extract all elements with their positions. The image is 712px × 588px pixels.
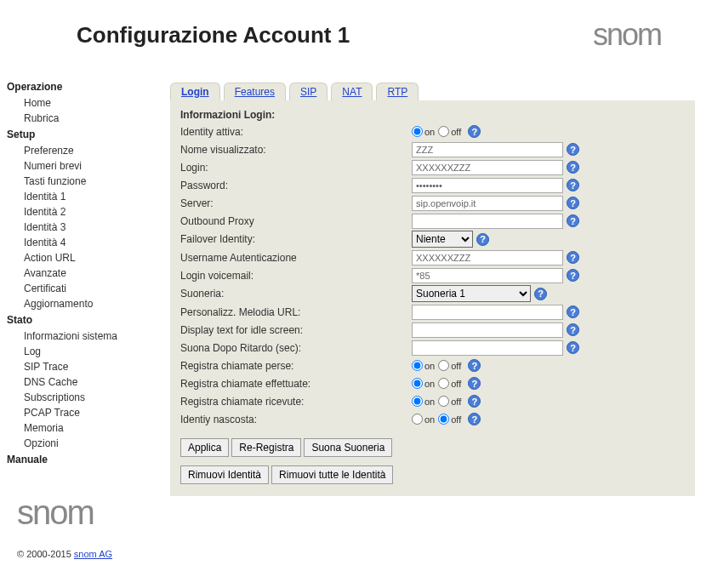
help-icon[interactable]: ?: [567, 161, 579, 174]
sidebar-item[interactable]: Identità 1: [7, 189, 153, 204]
auth_user-input[interactable]: [412, 250, 563, 265]
field-label: Suoneria:: [180, 288, 412, 300]
sidebar-item[interactable]: Opzioni: [7, 436, 153, 451]
tab-nat[interactable]: NAT: [331, 83, 373, 100]
field-row-display_name: Nome visualizzato:?: [180, 140, 685, 158]
sidebar-item[interactable]: Subscriptions: [7, 390, 153, 405]
help-icon[interactable]: ?: [468, 377, 481, 390]
password-input[interactable]: [412, 178, 563, 193]
sidebar-item[interactable]: Aggiornamento: [7, 296, 153, 311]
log_missed-radio-on[interactable]: [412, 360, 423, 371]
field-label: Display text for idle screen:: [180, 324, 412, 336]
panel-title: Informazioni Login:: [180, 109, 685, 121]
ring_delay-input[interactable]: [412, 340, 563, 356]
help-icon[interactable]: ?: [468, 413, 481, 425]
sidebar-item[interactable]: Tasti funzione: [7, 174, 153, 189]
ringtone-select[interactable]: Suoneria 1: [412, 285, 531, 302]
sidebar-item[interactable]: Avanzate: [7, 265, 153, 281]
identity_active-radio-off[interactable]: [438, 126, 449, 137]
sidebar-section: Setup: [7, 126, 153, 143]
button-row2-0[interactable]: Rimuovi Identità: [180, 465, 269, 484]
radio-label: off: [451, 361, 461, 371]
field-label: Username Autenticazione: [180, 252, 412, 264]
help-icon[interactable]: ?: [567, 197, 579, 209]
field-row-outbound_proxy: Outbound Proxy?: [180, 212, 685, 230]
help-icon[interactable]: ?: [567, 251, 579, 264]
voicemail-input[interactable]: [412, 268, 563, 283]
hidden_id-radio-on[interactable]: [412, 414, 423, 425]
sidebar-item[interactable]: Memoria: [7, 420, 153, 436]
sidebar-item[interactable]: DNS Cache: [7, 374, 153, 390]
copyright-link[interactable]: snom AG: [74, 549, 112, 559]
field-label: Registra chiamate effettuate:: [180, 378, 412, 390]
help-icon[interactable]: ?: [468, 395, 481, 408]
field-label: Failover Identity:: [180, 233, 412, 245]
sidebar-item[interactable]: Certificati: [7, 281, 153, 296]
help-icon[interactable]: ?: [567, 305, 579, 318]
field-label: Registra chiamate perse:: [180, 360, 412, 372]
sidebar-item[interactable]: Home: [7, 95, 153, 111]
melody_url-input[interactable]: [412, 305, 563, 320]
outbound_proxy-input[interactable]: [412, 214, 563, 229]
sidebar-item[interactable]: Identità 2: [7, 204, 153, 220]
field-row-idle_text: Display text for idle screen:?: [180, 321, 685, 339]
sidebar-item[interactable]: Log: [7, 344, 153, 359]
copyright: © 2000-2015 snom AG: [7, 540, 153, 559]
help-icon[interactable]: ?: [567, 143, 579, 156]
idle_text-input[interactable]: [412, 323, 563, 338]
help-icon[interactable]: ?: [567, 214, 579, 227]
tab-login[interactable]: Login: [170, 83, 220, 100]
log_received-radio-on[interactable]: [412, 396, 423, 407]
field-label: Login voicemail:: [180, 270, 412, 282]
help-icon[interactable]: ?: [567, 323, 579, 336]
sidebar-item[interactable]: SIP Trace: [7, 359, 153, 374]
help-icon[interactable]: ?: [468, 359, 481, 372]
brand-logo: snom: [593, 17, 661, 53]
sidebar-section: Operazione: [7, 78, 153, 95]
button-row1-2[interactable]: Suona Suoneria: [304, 438, 392, 457]
login-input[interactable]: [412, 160, 563, 175]
sidebar-item[interactable]: Numeri brevi: [7, 158, 153, 174]
sidebar-item[interactable]: Action URL: [7, 250, 153, 265]
sidebar-item[interactable]: Informazioni sistema: [7, 328, 153, 344]
sidebar-item[interactable]: Preferenze: [7, 143, 153, 158]
button-row2-1[interactable]: Rimuovi tutte le Identità: [271, 465, 393, 484]
sidebar-item[interactable]: Identità 4: [7, 235, 153, 250]
sidebar-item[interactable]: Rubrica: [7, 111, 153, 126]
field-label: Suona Dopo Ritardo (sec):: [180, 342, 412, 354]
display_name-input[interactable]: [412, 142, 563, 157]
sidebar-item[interactable]: Identità 3: [7, 220, 153, 235]
log_dialed-radio-off[interactable]: [438, 378, 449, 389]
log_missed-radio-off[interactable]: [438, 360, 449, 371]
failover-select[interactable]: Niente: [412, 231, 473, 248]
help-icon[interactable]: ?: [567, 179, 579, 191]
field-row-server: Server:?: [180, 194, 685, 212]
radio-label: on: [424, 397, 435, 407]
button-row1-0[interactable]: Applica: [180, 438, 229, 457]
field-label: Server:: [180, 197, 412, 209]
identity_active-radio-on[interactable]: [412, 126, 423, 137]
field-row-melody_url: Personalizz. Melodia URL:?: [180, 303, 685, 321]
field-row-ring_delay: Suona Dopo Ritardo (sec):?: [180, 339, 685, 357]
log_received-radio-off[interactable]: [438, 396, 449, 407]
radio-label: off: [451, 127, 461, 137]
help-icon[interactable]: ?: [567, 269, 579, 282]
server-input[interactable]: [412, 196, 563, 211]
tab-features[interactable]: Features: [224, 83, 286, 100]
button-row1-1[interactable]: Re-Registra: [231, 438, 301, 457]
sidebar-item[interactable]: PCAP Trace: [7, 405, 153, 420]
help-icon[interactable]: ?: [476, 233, 489, 246]
field-label: Outbound Proxy: [180, 215, 412, 227]
radio-label: on: [424, 127, 435, 137]
field-label: Identity attiva:: [180, 126, 412, 138]
field-label: Personalizz. Melodia URL:: [180, 306, 412, 318]
help-icon[interactable]: ?: [534, 288, 547, 300]
tab-rtp[interactable]: RTP: [376, 83, 419, 100]
tab-sip[interactable]: SIP: [289, 83, 328, 100]
field-row-log_missed: Registra chiamate perse:onoff?: [180, 357, 685, 374]
hidden_id-radio-off[interactable]: [438, 414, 449, 425]
button-row-2: Rimuovi IdentitàRimuovi tutte le Identit…: [180, 465, 685, 484]
help-icon[interactable]: ?: [468, 125, 481, 138]
log_dialed-radio-on[interactable]: [412, 378, 423, 389]
help-icon[interactable]: ?: [567, 341, 579, 354]
